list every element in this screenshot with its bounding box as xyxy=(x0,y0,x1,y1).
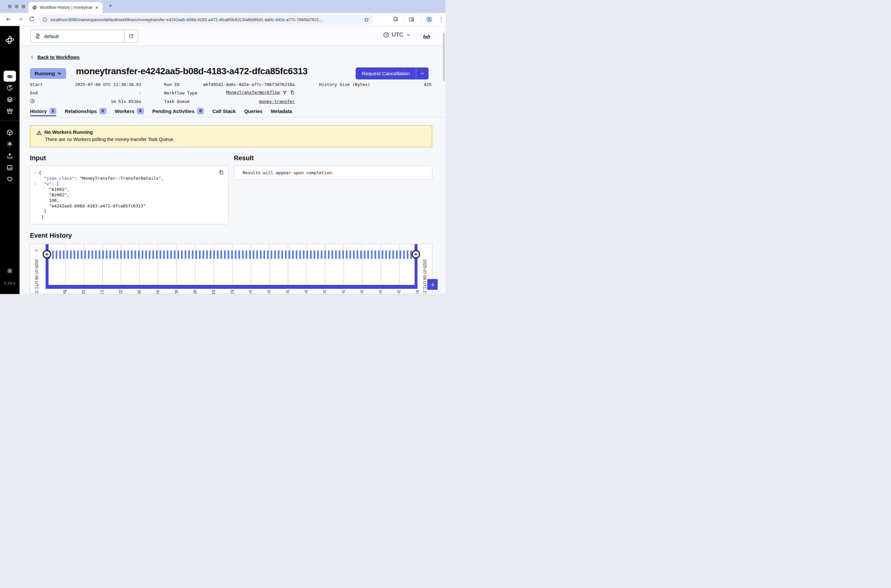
filter-funnel-icon[interactable] xyxy=(282,90,287,95)
tab-label: Call Stack xyxy=(212,108,236,114)
labs-glasses-icon[interactable] xyxy=(423,33,430,41)
temporal-logo-icon[interactable] xyxy=(5,36,14,45)
axis-tick: 40s xyxy=(174,290,179,294)
event-history-heading: Event History xyxy=(30,232,72,239)
workflow-type-link[interactable]: MoneyTransferWorkflow xyxy=(226,90,280,95)
site-info-icon[interactable] xyxy=(42,17,48,22)
copy-icon[interactable] xyxy=(290,90,295,95)
back-link-label: Back to Workflows xyxy=(38,55,80,60)
sidebar-item-feedback[interactable] xyxy=(6,176,14,183)
tab-workers[interactable]: Workers 0 xyxy=(115,108,144,116)
back-icon[interactable] xyxy=(5,16,12,22)
sidebar-item-docs[interactable] xyxy=(6,164,14,171)
extensions-icon[interactable] xyxy=(393,16,399,22)
tab-close-icon[interactable]: ✕ xyxy=(95,5,99,10)
status-badge: Running xyxy=(30,68,66,79)
reload-icon[interactable] xyxy=(28,16,35,22)
input-json-panel: ⌄{ "json_class": "MoneyTransfer::Transfe… xyxy=(30,165,229,224)
namespace-icon xyxy=(35,33,41,39)
axis-tick: 34s xyxy=(155,290,160,294)
new-tab-icon[interactable]: + xyxy=(109,3,112,9)
workflow-eye-icon xyxy=(414,252,418,256)
axis-tick: 1m xyxy=(378,290,383,294)
sidebar: 2.34.0 xyxy=(0,26,20,294)
tab-label: Metadata xyxy=(271,108,292,114)
sidebar-item-namespaces[interactable] xyxy=(6,129,14,136)
sidebar-item-import-export[interactable] xyxy=(6,152,14,159)
browser-tab[interactable]: Workflow History | moneytran ✕ xyxy=(28,2,103,13)
json-line: ] xyxy=(33,209,164,214)
tab-count-badge: 0 xyxy=(137,108,144,114)
axis-tick: 22s xyxy=(118,290,123,294)
warning-title: No Workers Running xyxy=(44,129,93,135)
timeline-start-date: 2025-07-06 UTC 21:36:36.01 xyxy=(34,259,39,294)
theme-sun-icon[interactable] xyxy=(6,267,14,274)
tab-label: Relationships xyxy=(65,108,97,114)
workflow-title: moneytransfer-e4242aa5-b08d-4183-a472-df… xyxy=(76,66,308,76)
favicon-temporal-logo-icon xyxy=(32,5,37,10)
window-minimize-button[interactable] xyxy=(15,4,19,9)
url-text[interactable]: localhost:8080/namespaces/default/workfl… xyxy=(51,17,361,22)
axis-tick: 28s xyxy=(137,290,142,294)
tab-metadata[interactable]: Metadata xyxy=(271,108,292,115)
chevron-down-icon xyxy=(420,70,425,76)
timeline-expand-icon[interactable] xyxy=(33,248,39,253)
scroll-to-bottom-button[interactable] xyxy=(427,279,438,290)
tab-history[interactable]: History 2 xyxy=(30,108,56,116)
namespace-open-button[interactable] xyxy=(124,30,138,42)
workflow-start-marker[interactable] xyxy=(43,250,51,258)
toolbar-divider xyxy=(404,17,404,23)
tab-pending-activities[interactable]: Pending Activities 0 xyxy=(152,108,204,116)
tab-search-icon[interactable] xyxy=(408,16,415,22)
workflow-current-marker[interactable] xyxy=(412,250,420,258)
workflow-eye-icon xyxy=(45,252,49,256)
namespace-selector-main[interactable]: default xyxy=(31,30,124,42)
app-version: 2.34.0 xyxy=(0,281,20,285)
timezone-selector[interactable]: UTC xyxy=(383,32,411,38)
collapse-icon[interactable]: ⌄ xyxy=(34,180,36,186)
axis-tick: 11s xyxy=(81,290,86,294)
sidebar-item-workflows[interactable] xyxy=(4,70,16,82)
tab-count-badge: 0 xyxy=(99,108,106,114)
menu-kebab-icon[interactable]: ⋮ xyxy=(438,16,444,23)
sidebar-item-batch-operations[interactable] xyxy=(6,108,14,115)
back-to-workflows-link[interactable]: Back to Workflows xyxy=(30,55,80,60)
cancellation-menu-button[interactable] xyxy=(416,68,429,80)
request-cancellation-label[interactable]: Request Cancellation xyxy=(356,68,416,80)
task-queue-link[interactable]: money-transfer xyxy=(164,99,295,104)
result-panel: Results will appear upon completion. xyxy=(234,165,432,180)
tab-call-stack[interactable]: Call Stack xyxy=(212,108,236,115)
bookmark-star-icon[interactable] xyxy=(364,17,369,22)
sidebar-item-schedules[interactable] xyxy=(6,84,14,92)
sidebar-item-nexus[interactable] xyxy=(6,140,14,147)
forward-icon[interactable] xyxy=(17,16,24,22)
browser-tab-strip: Workflow History | moneytran ✕ + xyxy=(0,0,446,13)
collapse-icon[interactable]: ⌄ xyxy=(34,169,36,175)
tab-title: Workflow History | moneytran xyxy=(40,5,93,10)
json-line: "A1001", xyxy=(33,186,164,192)
request-cancellation-button[interactable]: Request Cancellation xyxy=(356,68,429,80)
namespace-selector[interactable]: default xyxy=(31,30,138,43)
address-bar[interactable]: localhost:8080/namespaces/default/workfl… xyxy=(38,15,373,24)
tab-relationships[interactable]: Relationships 0 xyxy=(65,108,106,116)
axis-tick: 1m xyxy=(360,290,364,294)
copy-icon[interactable] xyxy=(219,170,224,175)
workflow-tabs: History 2 Relationships 0 Workers 0 Pend… xyxy=(30,108,292,116)
tab-count-badge: 0 xyxy=(197,108,204,114)
window-close-button[interactable] xyxy=(8,4,12,9)
timeline-end-date: 2025-07-06 UTC 2 xyxy=(422,259,427,293)
axis-tick: 1m xyxy=(285,290,290,294)
chevron-left-icon xyxy=(30,55,34,60)
history-size-value: 425 xyxy=(319,82,432,87)
window-maximize-button[interactable] xyxy=(21,4,26,9)
profile-icon[interactable] xyxy=(426,16,432,23)
sidebar-item-deployments[interactable] xyxy=(6,96,14,103)
page-scrollbar[interactable] xyxy=(443,33,445,81)
tab-queries[interactable]: Queries xyxy=(244,108,262,115)
json-line: "json_class": "MoneyTransfer::TransferDe… xyxy=(33,176,164,181)
json-line: "e4242aa5-b08d-4183-a472-dfca85fc6313" xyxy=(33,203,164,209)
tab-label: Pending Activities xyxy=(152,108,194,114)
json-line: } xyxy=(33,214,164,220)
input-heading: Input xyxy=(30,154,46,162)
start-value: 2025-07-06 UTC 21:36:36.01 xyxy=(30,82,141,87)
